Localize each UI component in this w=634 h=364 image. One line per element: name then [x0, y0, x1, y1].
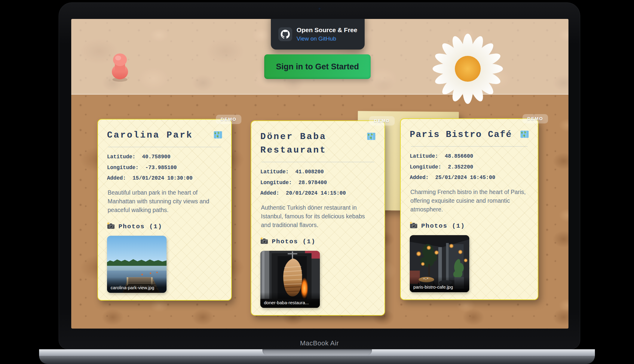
location-card-paris-bistro: DEMO Paris Bistro Café Latitude:48.85660…: [400, 118, 538, 300]
location-card-doner-baba: DEMO Döner Baba Restaurant Latitude:41.0…: [251, 120, 385, 316]
map-icon: [520, 130, 529, 139]
camera-icon: [410, 222, 418, 230]
photo-caption: paris-bistro-cafe.jpg: [410, 277, 469, 292]
card-description: Beautiful urban park in the heart of Man…: [108, 188, 222, 215]
camera-icon: [107, 222, 115, 231]
map-icon: [214, 131, 222, 140]
card-description: Authentic Turkish döner restaurant in Is…: [261, 203, 375, 230]
macbook-mockup: Open Source & Free View on GitHub Sign i…: [0, 0, 634, 364]
github-banner: Open Source & Free View on GitHub: [271, 19, 365, 50]
laptop-lid: Open Source & Free View on GitHub Sign i…: [59, 2, 580, 349]
app-screen: Open Source & Free View on GitHub Sign i…: [71, 19, 568, 329]
field-value: 20/01/2024 14:15:00: [286, 191, 346, 196]
photo-caption: carolina-park-view.jpg: [107, 277, 167, 293]
map-icon: [367, 132, 375, 141]
photo-thumbnail[interactable]: paris-bistro-cafe.jpg: [410, 235, 469, 292]
photo-thumbnail[interactable]: carolina-park-view.jpg: [107, 236, 167, 293]
field-value: -73.985100: [145, 165, 177, 171]
camera-icon: [260, 237, 268, 246]
github-icon: [278, 27, 292, 41]
sign-in-button[interactable]: Sign in to Get Started: [264, 54, 371, 79]
location-card-carolina-park: DEMO Carolina Park Latitude:40.758900 Lo…: [97, 119, 232, 301]
laptop-base: [39, 349, 595, 364]
laptop-base-front: [39, 356, 595, 364]
divider: [262, 162, 374, 162]
card-description: Charming French bistro in the heart of P…: [410, 188, 528, 214]
demo-badge: DEMO: [522, 114, 548, 123]
field-label: Latitude:: [410, 154, 438, 159]
photos-heading: Photos (1): [421, 223, 465, 229]
field-label: Latitude:: [107, 154, 136, 160]
pushpin-icon: [110, 51, 130, 83]
view-on-github-link[interactable]: View on GitHub: [297, 35, 357, 42]
field-label: Longitude:: [260, 180, 292, 186]
daisy-flower-icon: [432, 33, 504, 106]
field-label: Latitude:: [260, 169, 289, 175]
photo-caption: doner-baba-restaura...: [260, 292, 320, 308]
field-value: 2.352200: [448, 165, 473, 170]
field-value: 28.978400: [299, 180, 327, 186]
field-value: 25/01/2024 16:45:00: [435, 175, 495, 180]
field-value: 41.008200: [296, 169, 324, 175]
field-label: Longitude:: [107, 165, 139, 171]
webcam-icon: [318, 8, 321, 10]
divider: [108, 147, 221, 147]
field-value: 15/01/2024 10:30:00: [133, 176, 193, 181]
field-value: 40.758900: [142, 154, 171, 160]
demo-badge: DEMO: [369, 116, 395, 126]
field-label: Added:: [107, 176, 126, 181]
photos-heading: Photos (1): [118, 223, 162, 230]
laptop-base-edge: [39, 349, 595, 356]
demo-badge: DEMO: [216, 115, 241, 124]
card-title: Paris Bistro Café: [410, 128, 512, 141]
divider: [411, 146, 528, 147]
card-title: Carolina Park: [107, 129, 193, 142]
field-label: Added:: [260, 191, 279, 196]
field-label: Added:: [410, 175, 429, 180]
device-label: MacBook Air: [59, 339, 580, 347]
card-title: Döner Baba Restaurant: [260, 130, 367, 157]
field-label: Longitude:: [410, 165, 441, 170]
field-value: 48.856600: [445, 154, 473, 159]
banner-title: Open Source & Free: [297, 26, 357, 34]
lid-opening-notch: [262, 349, 372, 355]
photo-thumbnail[interactable]: doner-baba-restaura...: [260, 251, 320, 308]
photos-heading: Photos (1): [272, 238, 316, 245]
